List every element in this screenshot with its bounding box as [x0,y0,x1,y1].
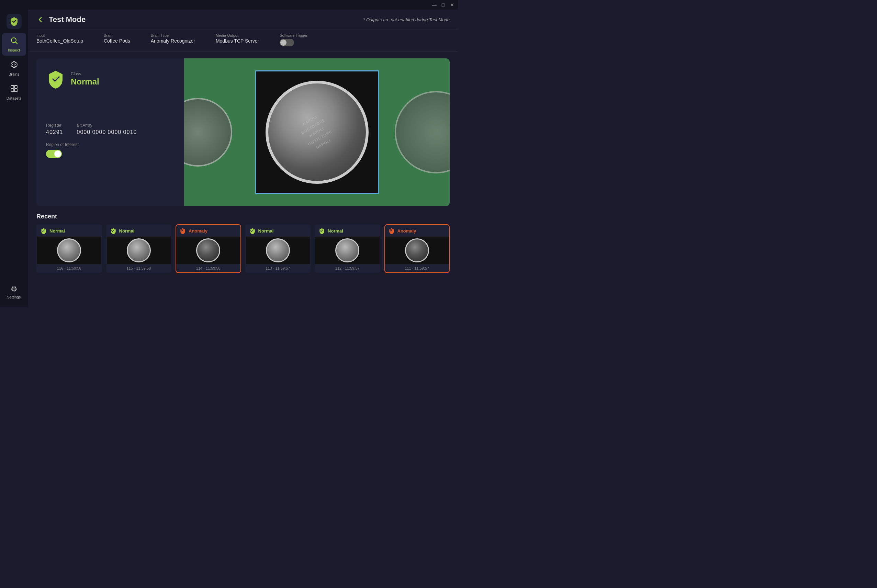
normal-shield-icon [40,228,47,234]
sidebar-item-settings[interactable]: ⚙ Settings [2,281,26,303]
software-trigger-label: Software Trigger [280,33,307,38]
header-notice: * Outputs are not enabled during Test Mo… [363,17,450,22]
register-label: Register [46,123,63,128]
recent-card[interactable]: Normal 113 - 11:59:57 [245,224,311,273]
title-bar: — □ ✕ [0,0,458,10]
card-timestamp: 112 - 11:59:57 [315,264,379,272]
card-pod-image [196,238,220,262]
recent-card[interactable]: Normal 116 - 11:59:58 [36,224,102,273]
class-info: Class Normal [71,72,99,87]
card-class-label: Normal [258,228,274,234]
pod-text: NAPOLIGUSTOTORENAPOLIGUSTOTORENAPOLI [297,111,337,154]
page-title: Test Mode [49,15,85,24]
card-header: Normal [315,225,379,237]
maximize-button[interactable]: □ [440,2,446,8]
card-image [107,237,171,264]
card-pod-image [57,238,81,262]
main-content: Test Mode * Outputs are not enabled duri… [28,10,458,307]
class-label: Class [71,72,99,76]
inspect-icon [10,36,18,47]
normal-shield-icon [249,228,256,234]
card-class-label: Normal [119,228,135,234]
register-section: Register 40291 Bit Array 0000 0000 0000 … [46,123,174,135]
card-header: Normal [37,225,101,237]
sidebar-item-datasets[interactable]: Datasets [2,81,26,104]
app-layout: Inspect Brains [0,10,458,307]
brain-type-value: Anomaly Recognizer [151,38,195,44]
main-panel: Class Normal Register 40291 Bit Array 00… [36,58,450,206]
recent-grid: Normal 116 - 11:59:58 Normal 115 - 11:59… [36,224,450,273]
recent-card[interactable]: Normal 112 - 11:59:57 [315,224,380,273]
left-panel: Class Normal Register 40291 Bit Array 00… [36,58,184,206]
normal-shield-icon [319,228,325,234]
anomaly-shield-icon [180,228,186,234]
roi-toggle[interactable] [46,150,62,158]
datasets-label: Datasets [6,96,21,100]
card-timestamp: 116 - 11:59:58 [37,264,101,272]
svg-rect-5 [11,89,14,92]
roi-label: Region of Interest [46,142,174,147]
recent-card[interactable]: Anomaly 111 - 11:59:57 [384,224,450,273]
app-logo [6,14,22,29]
close-button[interactable]: ✕ [449,2,455,8]
recent-card[interactable]: Normal 115 - 11:59:58 [106,224,172,273]
roi-section: Region of Interest [46,142,174,158]
register-field: Register 40291 [46,123,63,135]
card-timestamp: 115 - 11:59:58 [107,264,171,272]
header-left: Test Mode [36,15,85,24]
normal-shield-icon [110,228,117,234]
input-field: Input BothCoffee_OldSetup [36,33,83,44]
card-class-label: Normal [49,228,65,234]
brain-label: Brain [104,33,130,38]
card-image [385,237,449,264]
brain-type-label: Brain Type [151,33,195,38]
brain-type-field: Brain Type Anomaly Recognizer [151,33,195,44]
side-pod-left [184,98,232,166]
inspect-label: Inspect [8,48,20,52]
card-image [37,237,101,264]
minimize-button[interactable]: — [431,2,437,8]
anomaly-shield-icon [388,228,395,234]
class-value: Normal [71,77,99,87]
bit-array-label: Bit Array [77,123,137,128]
content-area: Class Normal Register 40291 Bit Array 00… [28,51,458,307]
sidebar-item-inspect[interactable]: Inspect [2,33,26,56]
input-label: Input [36,33,83,38]
svg-rect-6 [14,89,17,92]
software-trigger-toggle[interactable] [280,39,294,46]
card-pod-image [127,238,151,262]
bit-array-value: 0000 0000 0000 0010 [77,129,137,135]
svg-line-1 [15,42,17,44]
svg-rect-3 [11,86,14,88]
info-row: Input BothCoffee_OldSetup Brain Coffee P… [28,30,458,51]
datasets-icon [10,84,18,95]
card-pod-image [266,238,290,262]
recent-section: Recent Normal 116 - 11:59:58 No [36,213,450,273]
card-header: Normal [246,225,310,237]
bit-array-field: Bit Array 0000 0000 0000 0010 [77,123,137,135]
recent-card[interactable]: Anomaly 114 - 11:59:58 [175,224,241,273]
card-timestamp: 111 - 11:59:57 [385,264,449,272]
svg-rect-4 [14,86,17,88]
media-output-value: Modbus TCP Server [216,38,259,44]
register-value: 40291 [46,129,63,135]
brain-value: Coffee Pods [104,38,130,44]
brains-icon [10,60,18,71]
image-panel: NAPOLIGUSTOTORENAPOLIGUSTOTORENAPOLI [184,58,450,206]
brains-label: Brains [9,72,19,76]
card-image [246,237,310,264]
side-pod-right [395,91,450,174]
software-trigger-field: Software Trigger [280,33,307,46]
card-pod-image [335,238,359,262]
class-section: Class Normal [46,69,174,88]
card-header: Anomaly [385,225,449,237]
sidebar-item-brains[interactable]: Brains [2,57,26,80]
sidebar: Inspect Brains [0,10,28,307]
software-trigger-toggle-wrap [280,39,307,46]
card-header: Normal [107,225,171,237]
card-class-label: Normal [328,228,343,234]
card-class-label: Anomaly [397,228,416,234]
settings-label: Settings [7,295,21,299]
brain-field: Brain Coffee Pods [104,33,130,44]
back-button[interactable] [36,16,44,23]
